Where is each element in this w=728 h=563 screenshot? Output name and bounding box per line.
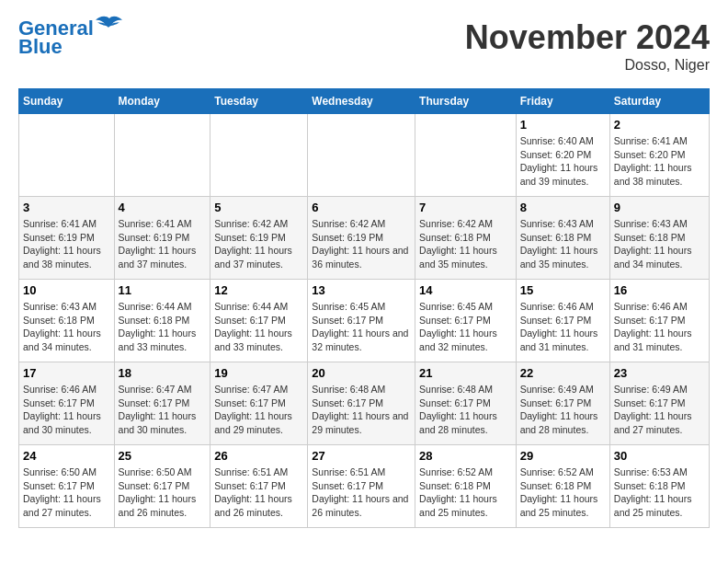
day-info: Sunrise: 6:41 AM Sunset: 6:20 PM Dayligh… <box>614 134 705 189</box>
month-title: November 2024 <box>465 18 710 57</box>
day-info: Sunrise: 6:44 AM Sunset: 6:17 PM Dayligh… <box>214 300 303 354</box>
header-tuesday: Tuesday <box>210 89 308 114</box>
calendar-cell: 26Sunrise: 6:51 AM Sunset: 6:17 PM Dayli… <box>210 445 308 528</box>
day-number: 15 <box>520 283 606 297</box>
day-info: Sunrise: 6:51 AM Sunset: 6:17 PM Dayligh… <box>214 465 303 520</box>
day-number: 14 <box>419 283 512 297</box>
day-info: Sunrise: 6:49 AM Sunset: 6:17 PM Dayligh… <box>520 383 606 437</box>
day-number: 16 <box>614 283 705 297</box>
day-info: Sunrise: 6:41 AM Sunset: 6:19 PM Dayligh… <box>23 217 110 271</box>
day-info: Sunrise: 6:45 AM Sunset: 6:17 PM Dayligh… <box>419 300 512 354</box>
calendar-cell: 17Sunrise: 6:46 AM Sunset: 6:17 PM Dayli… <box>19 362 115 445</box>
day-number: 18 <box>119 366 207 380</box>
logo: General Blue <box>18 18 123 59</box>
day-info: Sunrise: 6:51 AM Sunset: 6:17 PM Dayligh… <box>312 465 411 520</box>
day-info: Sunrise: 6:53 AM Sunset: 6:18 PM Dayligh… <box>614 465 705 520</box>
calendar-cell: 30Sunrise: 6:53 AM Sunset: 6:18 PM Dayli… <box>609 445 709 528</box>
calendar-cell: 23Sunrise: 6:49 AM Sunset: 6:17 PM Dayli… <box>609 362 709 445</box>
day-info: Sunrise: 6:52 AM Sunset: 6:18 PM Dayligh… <box>520 465 606 520</box>
day-number: 1 <box>520 118 606 132</box>
header-monday: Monday <box>114 89 210 114</box>
calendar-cell: 11Sunrise: 6:44 AM Sunset: 6:18 PM Dayli… <box>114 280 210 362</box>
page-header: General Blue November 2024 Dosso, Niger <box>18 18 710 74</box>
calendar-cell: 28Sunrise: 6:52 AM Sunset: 6:18 PM Dayli… <box>415 445 517 528</box>
calendar-cell: 22Sunrise: 6:49 AM Sunset: 6:17 PM Dayli… <box>516 362 609 445</box>
day-number: 13 <box>312 283 411 297</box>
day-info: Sunrise: 6:43 AM Sunset: 6:18 PM Dayligh… <box>520 217 606 271</box>
calendar-cell: 24Sunrise: 6:50 AM Sunset: 6:17 PM Dayli… <box>19 445 115 528</box>
header-wednesday: Wednesday <box>308 89 415 114</box>
day-number: 25 <box>119 449 207 463</box>
calendar-cell: 20Sunrise: 6:48 AM Sunset: 6:17 PM Dayli… <box>308 362 415 445</box>
calendar-cell: 5Sunrise: 6:42 AM Sunset: 6:19 PM Daylig… <box>210 197 308 280</box>
calendar-cell <box>210 114 308 197</box>
logo-blue-text: Blue <box>18 35 63 59</box>
logo-bird-icon <box>96 15 123 35</box>
day-number: 9 <box>614 201 705 214</box>
day-number: 30 <box>614 449 705 463</box>
day-info: Sunrise: 6:52 AM Sunset: 6:18 PM Dayligh… <box>419 465 512 520</box>
day-info: Sunrise: 6:42 AM Sunset: 6:18 PM Dayligh… <box>419 217 512 271</box>
day-info: Sunrise: 6:48 AM Sunset: 6:17 PM Dayligh… <box>419 383 512 437</box>
calendar-week-row: 3Sunrise: 6:41 AM Sunset: 6:19 PM Daylig… <box>19 197 710 280</box>
day-info: Sunrise: 6:46 AM Sunset: 6:17 PM Dayligh… <box>614 300 705 354</box>
calendar-week-row: 24Sunrise: 6:50 AM Sunset: 6:17 PM Dayli… <box>19 445 710 528</box>
calendar-week-row: 17Sunrise: 6:46 AM Sunset: 6:17 PM Dayli… <box>19 362 710 445</box>
calendar-cell: 8Sunrise: 6:43 AM Sunset: 6:18 PM Daylig… <box>516 197 609 280</box>
calendar-cell: 4Sunrise: 6:41 AM Sunset: 6:19 PM Daylig… <box>114 197 210 280</box>
day-number: 3 <box>23 201 110 214</box>
day-number: 12 <box>214 283 303 297</box>
day-number: 10 <box>23 283 110 297</box>
day-info: Sunrise: 6:47 AM Sunset: 6:17 PM Dayligh… <box>214 383 303 437</box>
day-info: Sunrise: 6:42 AM Sunset: 6:19 PM Dayligh… <box>312 217 411 271</box>
calendar-cell: 29Sunrise: 6:52 AM Sunset: 6:18 PM Dayli… <box>516 445 609 528</box>
calendar-week-row: 10Sunrise: 6:43 AM Sunset: 6:18 PM Dayli… <box>19 280 710 362</box>
day-number: 27 <box>312 449 411 463</box>
day-info: Sunrise: 6:47 AM Sunset: 6:17 PM Dayligh… <box>119 383 207 437</box>
day-number: 17 <box>23 366 110 380</box>
day-info: Sunrise: 6:40 AM Sunset: 6:20 PM Dayligh… <box>520 134 606 189</box>
calendar-cell: 15Sunrise: 6:46 AM Sunset: 6:17 PM Dayli… <box>516 280 609 362</box>
calendar-table: SundayMondayTuesdayWednesdayThursdayFrid… <box>18 88 710 528</box>
day-info: Sunrise: 6:42 AM Sunset: 6:19 PM Dayligh… <box>214 217 303 271</box>
header-friday: Friday <box>516 89 609 114</box>
calendar-cell <box>19 114 115 197</box>
calendar-cell: 19Sunrise: 6:47 AM Sunset: 6:17 PM Dayli… <box>210 362 308 445</box>
day-number: 4 <box>119 201 207 214</box>
day-number: 6 <box>312 201 411 214</box>
calendar-cell: 14Sunrise: 6:45 AM Sunset: 6:17 PM Dayli… <box>415 280 517 362</box>
calendar-week-row: 1Sunrise: 6:40 AM Sunset: 6:20 PM Daylig… <box>19 114 710 197</box>
calendar-cell: 3Sunrise: 6:41 AM Sunset: 6:19 PM Daylig… <box>19 197 115 280</box>
calendar-cell: 27Sunrise: 6:51 AM Sunset: 6:17 PM Dayli… <box>308 445 415 528</box>
calendar-cell: 21Sunrise: 6:48 AM Sunset: 6:17 PM Dayli… <box>415 362 517 445</box>
day-info: Sunrise: 6:48 AM Sunset: 6:17 PM Dayligh… <box>312 383 411 437</box>
day-info: Sunrise: 6:50 AM Sunset: 6:17 PM Dayligh… <box>23 465 110 520</box>
day-number: 2 <box>614 118 705 132</box>
day-number: 19 <box>214 366 303 380</box>
day-number: 28 <box>419 449 512 463</box>
day-info: Sunrise: 6:46 AM Sunset: 6:17 PM Dayligh… <box>23 383 110 437</box>
calendar-cell: 18Sunrise: 6:47 AM Sunset: 6:17 PM Dayli… <box>114 362 210 445</box>
day-number: 21 <box>419 366 512 380</box>
calendar-cell: 10Sunrise: 6:43 AM Sunset: 6:18 PM Dayli… <box>19 280 115 362</box>
day-number: 29 <box>520 449 606 463</box>
calendar-cell: 6Sunrise: 6:42 AM Sunset: 6:19 PM Daylig… <box>308 197 415 280</box>
calendar-cell <box>114 114 210 197</box>
calendar-cell: 12Sunrise: 6:44 AM Sunset: 6:17 PM Dayli… <box>210 280 308 362</box>
day-number: 8 <box>520 201 606 214</box>
day-info: Sunrise: 6:46 AM Sunset: 6:17 PM Dayligh… <box>520 300 606 354</box>
header-thursday: Thursday <box>415 89 517 114</box>
calendar-cell: 13Sunrise: 6:45 AM Sunset: 6:17 PM Dayli… <box>308 280 415 362</box>
day-info: Sunrise: 6:45 AM Sunset: 6:17 PM Dayligh… <box>312 300 411 354</box>
calendar-cell <box>415 114 517 197</box>
calendar-cell <box>308 114 415 197</box>
day-number: 5 <box>214 201 303 214</box>
title-block: November 2024 Dosso, Niger <box>465 18 710 74</box>
day-info: Sunrise: 6:43 AM Sunset: 6:18 PM Dayligh… <box>614 217 705 271</box>
calendar-cell: 16Sunrise: 6:46 AM Sunset: 6:17 PM Dayli… <box>609 280 709 362</box>
day-number: 20 <box>312 366 411 380</box>
day-info: Sunrise: 6:41 AM Sunset: 6:19 PM Dayligh… <box>119 217 207 271</box>
day-info: Sunrise: 6:43 AM Sunset: 6:18 PM Dayligh… <box>23 300 110 354</box>
calendar-cell: 9Sunrise: 6:43 AM Sunset: 6:18 PM Daylig… <box>609 197 709 280</box>
calendar-cell: 2Sunrise: 6:41 AM Sunset: 6:20 PM Daylig… <box>609 114 709 197</box>
